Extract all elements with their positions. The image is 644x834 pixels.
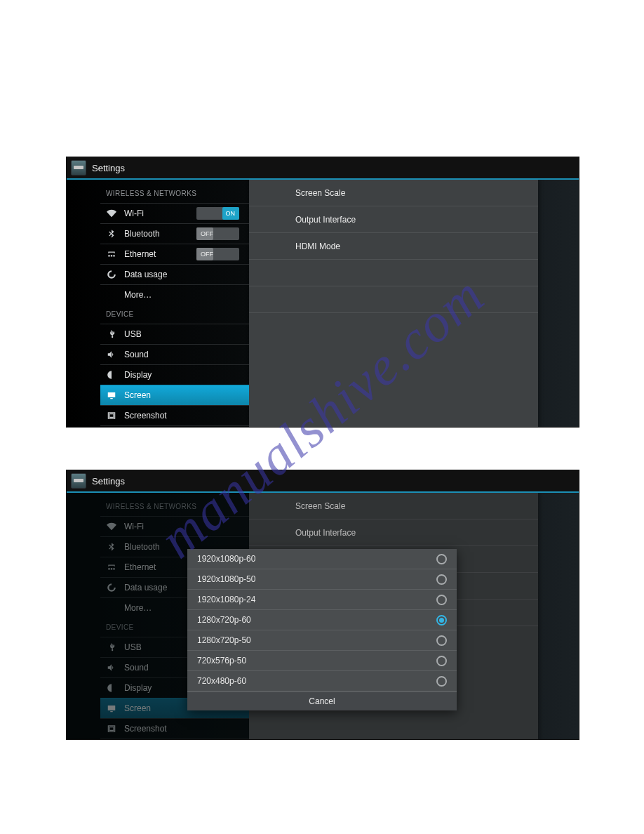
sidebar-item-label: Data usage	[124, 270, 249, 279]
radio-icon	[436, 676, 447, 687]
usb-icon	[106, 329, 117, 340]
section-header-device: DEVICE	[106, 305, 249, 324]
hdmi-option-label: 1280x720p-60	[197, 615, 251, 625]
bluetooth-toggle[interactable]: OFF	[196, 227, 239, 240]
sidebar-item-ethernet[interactable]: Ethernet OFF	[100, 244, 249, 264]
sound-icon	[106, 349, 117, 360]
radio-icon	[436, 615, 447, 626]
ethernet-icon	[106, 249, 117, 260]
sidebar-item-label: Screenshot	[124, 724, 249, 734]
display-icon	[106, 682, 117, 694]
hdmi-option-label: 1920x1080p-24	[197, 595, 255, 604]
hdmi-option-3[interactable]: 1280x720p-60	[187, 610, 457, 630]
display-icon	[106, 369, 117, 380]
sidebar-item-data-usage[interactable]: Data usage	[100, 264, 249, 284]
sidebar-item-label: More…	[124, 290, 249, 300]
detail-item-screen-scale[interactable]: Screen Scale	[249, 180, 538, 206]
settings-icon	[71, 473, 86, 489]
sidebar-item-label: USB	[124, 329, 249, 339]
sidebar-item-label: Bluetooth	[124, 229, 196, 239]
ethernet-icon	[106, 562, 117, 573]
sidebar-item-usb[interactable]: USB	[100, 324, 249, 344]
screenshot-icon	[106, 410, 117, 421]
sidebar-item-label: Screenshot	[124, 411, 249, 421]
hdmi-option-label: 720x480p-60	[197, 676, 246, 686]
detail-item-screen-scale[interactable]: Screen Scale	[249, 493, 538, 519]
sidebar-item-label: Sound	[124, 350, 249, 359]
dialog-cancel-button[interactable]: Cancel	[187, 691, 457, 710]
detail-item-hdmi-mode[interactable]: HDMI Mode	[249, 233, 538, 260]
section-header-wireless: WIRELESS & NETWORKS	[106, 184, 249, 203]
hdmi-option-0[interactable]: 1920x1080p-60	[187, 549, 457, 569]
title-bar: Settings	[67, 470, 579, 493]
sidebar-item-screenshot[interactable]: Screenshot	[100, 405, 249, 425]
hdmi-option-5[interactable]: 720x576p-50	[187, 651, 457, 671]
radio-icon	[436, 574, 447, 585]
hdmi-option-4[interactable]: 1280x720p-50	[187, 630, 457, 651]
bluetooth-icon	[106, 541, 117, 552]
detail-gap	[249, 260, 538, 286]
screenshot-icon	[106, 723, 117, 734]
radio-icon	[436, 554, 447, 564]
sidebar-item-label: Display	[124, 370, 249, 380]
app-title: Settings	[92, 476, 125, 486]
hdmi-option-1[interactable]: 1920x1080p-50	[187, 569, 457, 590]
wifi-icon	[106, 208, 117, 219]
sidebar-item-more[interactable]: More…	[100, 284, 249, 305]
sidebar-item-storage[interactable]: Storage	[100, 425, 249, 428]
page-root: manualshive.com Settings WIRELESS & NETW…	[0, 0, 644, 834]
app-title: Settings	[92, 163, 125, 173]
radio-icon	[436, 595, 447, 605]
sidebar-item-sound[interactable]: Sound	[100, 344, 249, 364]
sidebar-item-label: Ethernet	[124, 249, 196, 259]
sound-icon	[106, 662, 117, 673]
hdmi-option-6[interactable]: 720x480p-60	[187, 671, 457, 691]
sidebar-item-screen[interactable]: Screen	[100, 385, 249, 405]
sidebar-item-label: Screen	[124, 390, 249, 400]
blank-icon	[106, 602, 117, 614]
settings-panel-2: Settings WIRELESS & NETWORKS Wi-Fi Bluet…	[66, 470, 579, 740]
title-bar: Settings	[67, 157, 579, 180]
wifi-icon	[106, 521, 117, 532]
settings-sidebar: WIRELESS & NETWORKS Wi-Fi ON Bluet	[67, 180, 249, 428]
section-header-wireless: WIRELESS & NETWORKS	[106, 497, 249, 516]
data-usage-icon	[106, 269, 117, 280]
hdmi-option-label: 720x576p-50	[197, 656, 246, 666]
hdmi-option-label: 1920x1080p-50	[197, 574, 255, 584]
sidebar-item-label: Wi-Fi	[124, 208, 196, 218]
sidebar-item-display[interactable]: Display	[100, 364, 249, 385]
settings-icon	[71, 160, 86, 176]
radio-icon	[436, 635, 447, 646]
hdmi-option-label: 1280x720p-50	[197, 635, 251, 645]
bluetooth-icon	[106, 228, 117, 239]
radio-icon	[436, 656, 447, 666]
detail-card: Screen Scale Output Interface HDMI Mode	[249, 180, 538, 428]
panel-body: WIRELESS & NETWORKS Wi-Fi ON Bluet	[67, 180, 579, 428]
sidebar-item-wifi[interactable]: Wi-Fi	[100, 516, 249, 536]
screen-icon	[106, 390, 117, 401]
detail-item-output-interface[interactable]: Output Interface	[249, 206, 538, 233]
usb-icon	[106, 642, 117, 653]
hdmi-option-label: 1920x1080p-60	[197, 554, 255, 564]
settings-panel-1: Settings WIRELESS & NETWORKS Wi-Fi ON	[66, 157, 579, 428]
ethernet-toggle[interactable]: OFF	[196, 248, 239, 260]
hdmi-option-2[interactable]: 1920x1080p-24	[187, 590, 457, 610]
sidebar-item-screenshot[interactable]: Screenshot	[100, 718, 249, 739]
sidebar-item-label: Wi-Fi	[124, 522, 249, 531]
panel-body: WIRELESS & NETWORKS Wi-Fi Bluetooth Ethe…	[67, 493, 579, 740]
sidebar-item-wifi[interactable]: Wi-Fi ON	[100, 203, 249, 223]
screen-icon	[106, 703, 117, 714]
detail-gap	[249, 286, 538, 313]
wifi-toggle[interactable]: ON	[196, 207, 239, 220]
detail-pane: Screen Scale Output Interface HDMI Mode	[249, 180, 579, 428]
sidebar-item-bluetooth[interactable]: Bluetooth OFF	[100, 223, 249, 244]
detail-item-output-interface[interactable]: Output Interface	[249, 519, 538, 546]
data-usage-icon	[106, 582, 117, 593]
sidebar-item-storage[interactable]: Storage	[100, 739, 249, 740]
blank-icon	[106, 289, 117, 300]
hdmi-mode-dialog: 1920x1080p-60 1920x1080p-50 1920x1080p-2…	[187, 549, 457, 710]
